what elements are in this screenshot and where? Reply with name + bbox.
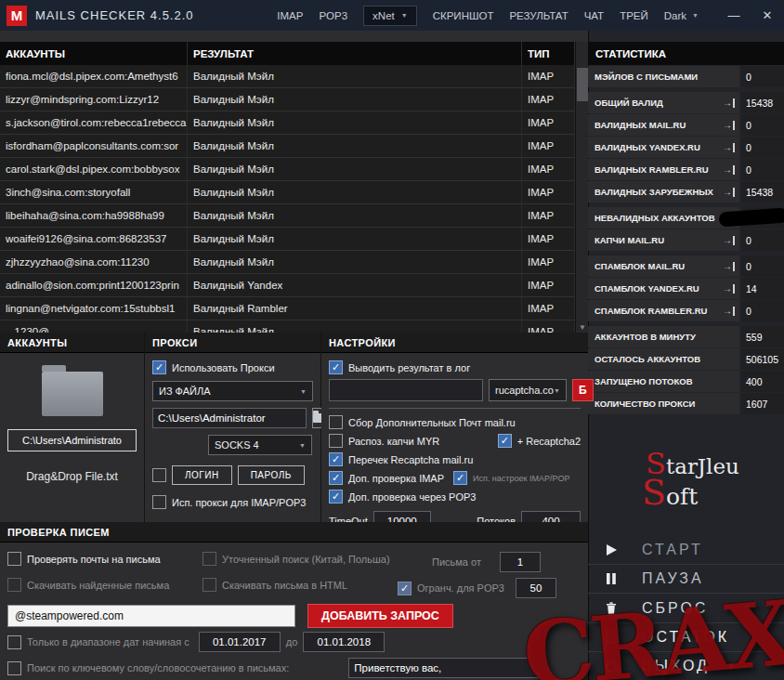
menu-chat[interactable]: ЧАТ xyxy=(584,10,604,21)
settings-panel-header: НАСТРОЙКИ xyxy=(321,333,588,353)
accounts-file-path[interactable]: C:\Users\Administrato xyxy=(7,429,137,451)
date-to-label: до xyxy=(286,636,298,647)
table-row[interactable]: 3inch@sina.com:storyofall Валидный Мэйл … xyxy=(0,181,575,204)
refined-search-checkbox[interactable] xyxy=(203,552,216,566)
captcha-service-select[interactable]: rucaptcha.co ▼ xyxy=(489,379,567,401)
recognize-captcha-checkbox[interactable] xyxy=(329,434,343,448)
recaptcha2-checkbox[interactable] xyxy=(498,434,512,448)
use-imap-pop-settings-checkbox[interactable] xyxy=(453,471,467,485)
table-row[interactable]: ...1230@... Валидный Мэйл IMAP xyxy=(0,320,575,333)
date-from-input[interactable] xyxy=(199,632,281,652)
menu-pop3[interactable]: POP3 xyxy=(319,10,347,21)
proxy-auth-checkbox[interactable] xyxy=(152,468,166,482)
date-to-input[interactable] xyxy=(303,632,385,652)
pop3-limit-input[interactable] xyxy=(516,578,556,598)
reset-button[interactable]: СБРОС xyxy=(588,593,784,621)
export-icon[interactable]: → xyxy=(723,121,735,130)
stat-value: 0 xyxy=(741,300,784,321)
export-icon[interactable]: → xyxy=(723,143,735,152)
proxy-path-input[interactable] xyxy=(152,408,307,428)
column-header-result[interactable]: РЕЗУЛЬТАТ xyxy=(188,42,522,65)
stat-value: 15438 xyxy=(741,181,784,203)
table-row[interactable]: libeihaha@sina.com:ha9988ha99 Валидный М… xyxy=(0,204,575,228)
theme-dropdown[interactable]: Dark ▼ xyxy=(664,10,699,21)
date-range-checkbox[interactable] xyxy=(7,635,21,649)
column-header-accounts[interactable]: АККАУНТЫ xyxy=(0,42,188,65)
menu-tray[interactable]: ТРЕЙ xyxy=(620,10,648,21)
recheck-recaptcha-checkbox[interactable] xyxy=(329,452,343,466)
export-icon[interactable]: → xyxy=(723,284,735,294)
chevron-down-icon: ▼ xyxy=(300,388,307,395)
export-icon[interactable]: → xyxy=(723,236,735,245)
cell-result: Валидный Мэйл xyxy=(188,181,522,203)
password-button[interactable]: ПАРОЛЬ xyxy=(238,465,305,485)
pop3-limit-checkbox[interactable] xyxy=(398,582,412,595)
download-found-letters-checkbox[interactable] xyxy=(7,578,21,592)
chevron-down-icon: ▼ xyxy=(401,12,408,19)
table-row[interactable]: zjhzzyyzhao@sina.com:11230 Валидный Мэйл… xyxy=(0,251,575,274)
stat-label: АККАУНТОВ В МИНУТУ xyxy=(595,332,696,342)
export-icon[interactable]: → xyxy=(723,98,735,108)
collect-extra-mail-checkbox[interactable] xyxy=(329,415,343,429)
cell-type: IMAP xyxy=(522,320,575,333)
export-icon[interactable]: → xyxy=(723,262,735,271)
table-row[interactable]: isfordham@paplconsultants.com:sor Валидн… xyxy=(0,135,575,158)
search-query-input[interactable] xyxy=(7,605,295,627)
close-button[interactable]: ✕ xyxy=(751,0,784,31)
balance-button[interactable]: Б xyxy=(572,379,594,401)
stat-row: МЭЙЛОВ С ПИСЬМАМИ 0 xyxy=(588,66,784,87)
app-window: M MAILS CHECKER 4.5.2.0 IMAP POP3 xNet ▼… xyxy=(0,0,784,680)
menu-result[interactable]: РЕЗУЛЬТАТ xyxy=(509,10,568,21)
remainder-button[interactable]: ОСТАТОК xyxy=(588,622,784,651)
exit-button[interactable]: ВЫХОД xyxy=(588,651,784,680)
proxy-source-select[interactable]: ИЗ ФАЙЛА ▼ xyxy=(152,381,313,401)
log-output-checkbox[interactable] xyxy=(329,360,343,374)
proxy-for-imap-pop3-checkbox[interactable] xyxy=(152,495,166,509)
table-row[interactable]: fiona.mcl@dsl.pipex.com:Amethyst6 Валидн… xyxy=(0,65,575,88)
extra-pop3-check-checkbox[interactable] xyxy=(329,490,343,503)
cell-result: Валидный Мэйл xyxy=(188,111,522,134)
captcha-key-input[interactable] xyxy=(329,379,483,401)
check-mail-for-letters-checkbox[interactable] xyxy=(7,552,21,566)
stat-value: 400 xyxy=(741,371,784,392)
export-icon[interactable]: → xyxy=(723,307,735,316)
cell-type: IMAP xyxy=(522,297,575,320)
letters-from-input[interactable] xyxy=(500,552,541,572)
minimize-button[interactable]: — xyxy=(717,0,751,31)
stat-row: ВАЛИДНЫХ ЗАРУБЕЖНЫХ→ 15438 xyxy=(588,181,784,203)
column-header-type[interactable]: ТИП xyxy=(522,42,575,65)
menu-imap[interactable]: IMAP xyxy=(277,10,303,21)
stat-row: СПАМБЛОК MAIL.RU→ 0 xyxy=(588,255,784,277)
keyword-input[interactable] xyxy=(348,658,539,678)
export-icon[interactable]: → xyxy=(723,165,735,175)
table-row[interactable]: lingnan@netvigator.com:15stubbsl1 Валидн… xyxy=(0,297,575,320)
cell-account: adinallo@sion.com:print1200123prin xyxy=(0,274,188,296)
menu-screenshot[interactable]: СКРИНШОТ xyxy=(433,10,494,21)
export-icon[interactable]: → xyxy=(723,188,735,197)
use-proxy-checkbox[interactable] xyxy=(152,360,166,374)
table-row[interactable]: lizzyr@mindspring.com:Lizzyr12 Валидный … xyxy=(0,88,575,111)
pause-button[interactable]: ПАУЗА xyxy=(588,564,784,593)
keyword-search-checkbox[interactable] xyxy=(7,661,21,675)
scrollbar-down-icon[interactable]: ▼ xyxy=(576,323,589,332)
table-row[interactable]: woaifei9126@sina.com:86823537 Валидный М… xyxy=(0,228,575,251)
folder-icon[interactable] xyxy=(42,372,103,416)
table-row[interactable]: adinallo@sion.com:print1200123prin Валид… xyxy=(0,274,575,297)
login-button[interactable]: ЛОГИН xyxy=(172,465,232,485)
start-button[interactable]: СТАРТ xyxy=(588,536,784,564)
recheck-recaptcha-label: Перечек Recaptcha mail.ru xyxy=(348,454,473,465)
accounts-panel-header: АККАУНТЫ xyxy=(0,333,144,353)
table-row[interactable]: carol.stark@dsl.pipex.com:bobbysox Валид… xyxy=(0,158,575,181)
download-letters-html-checkbox[interactable] xyxy=(203,578,216,592)
proxy-type-select[interactable]: SOCKS 4 ▼ xyxy=(208,435,312,455)
menu-xnet-dropdown[interactable]: xNet ▼ xyxy=(363,6,417,26)
scrollbar-thumb[interactable] xyxy=(577,68,588,101)
stat-label: ОСТАЛОСЬ АККАУНТОВ xyxy=(595,354,700,364)
cell-result: Валидный Мэйл xyxy=(188,228,522,250)
cell-type: IMAP xyxy=(522,181,575,203)
table-row[interactable]: s.jackson@tirol.com:rebecca1rebecca Вали… xyxy=(0,111,575,135)
extra-imap-check-checkbox[interactable] xyxy=(329,471,343,485)
add-query-button[interactable]: ДОБАВИТЬ ЗАПРОС xyxy=(307,604,453,628)
stat-row: ОСТАЛОСЬ АККАУНТОВ 506105 xyxy=(588,348,784,370)
table-scrollbar[interactable]: ▼ xyxy=(575,42,588,333)
